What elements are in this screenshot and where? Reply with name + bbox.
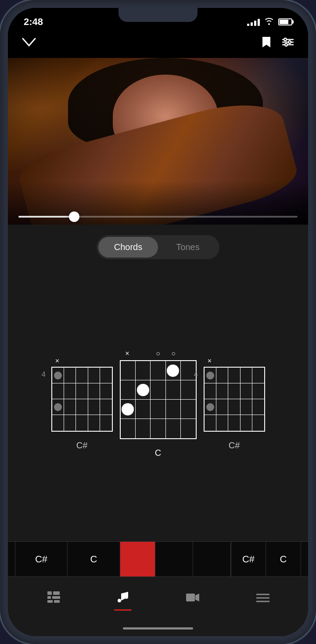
- svg-point-5: [285, 43, 287, 46]
- bookmark-icon[interactable]: [262, 36, 271, 51]
- wifi-icon: [264, 17, 274, 27]
- menu-icon: [256, 592, 269, 606]
- nav-item-video[interactable]: [179, 588, 207, 609]
- center-marker-4: [181, 350, 197, 358]
- bottom-nav: [8, 576, 308, 620]
- left-marker-2: [76, 357, 88, 365]
- cell: [88, 368, 100, 383]
- svg-rect-6: [47, 591, 52, 595]
- tab-tones[interactable]: Tones: [158, 237, 218, 258]
- left-marker-0: ×: [51, 357, 64, 365]
- nav-item-music[interactable]: [110, 587, 136, 611]
- notch: [118, 8, 198, 22]
- home-bar: [123, 627, 193, 630]
- tab-chords[interactable]: Chords: [98, 237, 158, 258]
- bar-right-2: [206, 403, 214, 411]
- timeline-chord-6[interactable]: C: [266, 542, 301, 576]
- right-marker-4: [253, 357, 265, 365]
- tab-toggle: Chords Tones: [8, 225, 308, 266]
- media-player[interactable]: [8, 58, 308, 225]
- nav-right: [262, 36, 294, 51]
- timeline-chord-1[interactable]: C: [68, 542, 120, 576]
- nav-item-menu[interactable]: [249, 588, 276, 609]
- cell: [100, 368, 111, 383]
- chord-dot-3: [122, 403, 134, 415]
- svg-marker-13: [195, 594, 199, 601]
- timeline-chord-4[interactable]: [193, 542, 231, 576]
- bar-right-1: [206, 372, 214, 379]
- svg-point-4: [288, 41, 291, 43]
- left-marker-1: [64, 357, 76, 365]
- svg-rect-9: [52, 596, 60, 599]
- chord-card-center[interactable]: × ○ ○: [120, 350, 197, 458]
- toggle-pill: Chords Tones: [97, 235, 219, 259]
- cell: [76, 368, 88, 383]
- timeline-chord-0[interactable]: C#: [15, 542, 68, 576]
- center-marker-2: ○: [151, 350, 166, 358]
- svg-rect-10: [47, 600, 53, 603]
- right-marker-2: [228, 357, 241, 365]
- chord-timeline[interactable]: C# C C# C: [8, 541, 308, 576]
- chord-label-center: C: [155, 448, 161, 458]
- phone-screen: 2:48: [8, 8, 308, 636]
- top-nav: [8, 32, 308, 58]
- chord-diagram-center: × ○ ○: [120, 350, 197, 439]
- cell: [64, 368, 76, 383]
- svg-rect-8: [47, 596, 51, 599]
- nav-item-grid[interactable]: [40, 587, 67, 610]
- collapse-button[interactable]: [22, 36, 36, 50]
- right-marker-0: ×: [204, 357, 216, 365]
- video-icon: [186, 592, 200, 606]
- chord-diagram-right: × 4: [204, 357, 265, 432]
- phone-frame: 2:48: [0, 0, 316, 644]
- right-marker-3: [241, 357, 253, 365]
- progress-bar-container[interactable]: [18, 216, 298, 218]
- progress-thumb[interactable]: [69, 211, 79, 222]
- progress-bar: [18, 216, 74, 218]
- home-indicator: [8, 620, 308, 636]
- center-marker-3: ○: [166, 350, 181, 358]
- svg-rect-11: [54, 600, 60, 603]
- music-active-indicator: [114, 609, 132, 611]
- bar-dot-left-2: [54, 403, 62, 411]
- left-marker-4: [101, 357, 113, 365]
- grid-icon: [47, 591, 60, 606]
- music-note-icon: [117, 590, 129, 607]
- fret-number-right: 4: [194, 370, 198, 379]
- status-time: 2:48: [24, 16, 43, 28]
- fret-number-left: 4: [42, 370, 46, 379]
- fretboard-center: [120, 360, 197, 439]
- chord-dot-1: [167, 365, 179, 377]
- signal-bars-icon: [247, 18, 260, 26]
- center-marker-1: [135, 350, 151, 358]
- chord-dot-2: [137, 384, 149, 396]
- status-icons: [247, 17, 292, 27]
- chord-diagrams-area: × 4: [8, 266, 308, 541]
- chord-card-left[interactable]: × 4: [51, 357, 113, 451]
- svg-point-3: [284, 38, 287, 41]
- chord-label-left: C#: [76, 440, 88, 451]
- chord-label-right: C#: [229, 440, 240, 451]
- svg-rect-7: [53, 591, 60, 595]
- battery-icon: [278, 18, 292, 25]
- media-image: [8, 58, 308, 225]
- right-marker-1: [216, 357, 228, 365]
- left-marker-3: [88, 357, 101, 365]
- timeline-chord-3[interactable]: [155, 542, 193, 576]
- center-marker-0: ×: [120, 350, 135, 358]
- bar-dot-left-1: [54, 372, 62, 379]
- battery-fill: [280, 20, 288, 24]
- content-area: Chords Tones ×: [8, 225, 308, 576]
- chord-diagram-left: × 4: [51, 357, 113, 432]
- timeline-chord-2[interactable]: [120, 542, 155, 576]
- chord-card-right[interactable]: × 4: [204, 357, 265, 451]
- settings-icon[interactable]: [282, 37, 294, 50]
- fretboard-left: [51, 367, 113, 432]
- svg-rect-12: [186, 594, 195, 601]
- fretboard-right: [204, 367, 265, 432]
- timeline-chord-5[interactable]: C#: [231, 542, 266, 576]
